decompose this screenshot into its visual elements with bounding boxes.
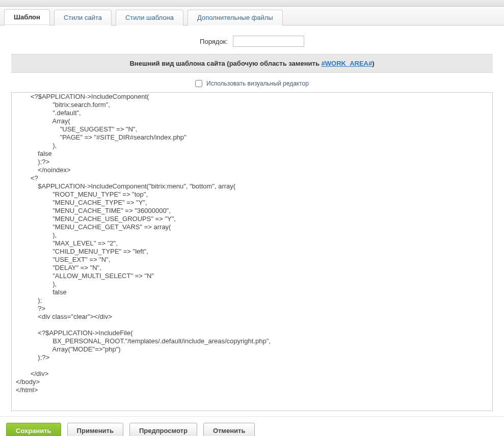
footer-buttons: Сохранить Применить Предпросмотр Отменит… bbox=[0, 416, 504, 436]
work-area-link[interactable]: #WORK_AREA# bbox=[322, 60, 373, 67]
visual-editor-checkbox[interactable] bbox=[195, 80, 202, 87]
window-topbar bbox=[0, 0, 504, 7]
code-content[interactable]: <?$APPLICATION->IncludeComponent( "bitri… bbox=[12, 93, 492, 394]
order-input[interactable] bbox=[233, 36, 304, 47]
order-row: Порядок: bbox=[0, 32, 504, 54]
visual-editor-label: Использовать визуальный редактор bbox=[206, 80, 309, 87]
code-editor[interactable]: <?$APPLICATION->IncludeComponent( "bitri… bbox=[11, 92, 493, 411]
tab-site-styles[interactable]: Стили сайта bbox=[54, 10, 112, 25]
save-button[interactable]: Сохранить bbox=[6, 423, 61, 436]
order-label: Порядок: bbox=[200, 38, 228, 45]
tab-template[interactable]: Шаблон bbox=[4, 9, 50, 25]
tab-template-styles[interactable]: Стили шаблона bbox=[116, 10, 183, 25]
section-header-text: Внешний вид шаблона сайта (рабочую облас… bbox=[129, 60, 321, 67]
section-header-suffix: ) bbox=[372, 60, 374, 67]
section-header: Внешний вид шаблона сайта (рабочую облас… bbox=[11, 54, 493, 73]
apply-button[interactable]: Применить bbox=[67, 423, 123, 436]
form-area: Порядок: Внешний вид шаблона сайта (рабо… bbox=[0, 25, 504, 411]
tab-additional-files[interactable]: Дополнительные файлы bbox=[188, 10, 283, 25]
cancel-button[interactable]: Отменить bbox=[203, 423, 255, 436]
visual-editor-row: Использовать визуальный редактор bbox=[0, 73, 504, 92]
tab-bar: Шаблон Стили сайта Стили шаблона Дополни… bbox=[0, 7, 504, 25]
preview-button[interactable]: Предпросмотр bbox=[129, 423, 197, 436]
